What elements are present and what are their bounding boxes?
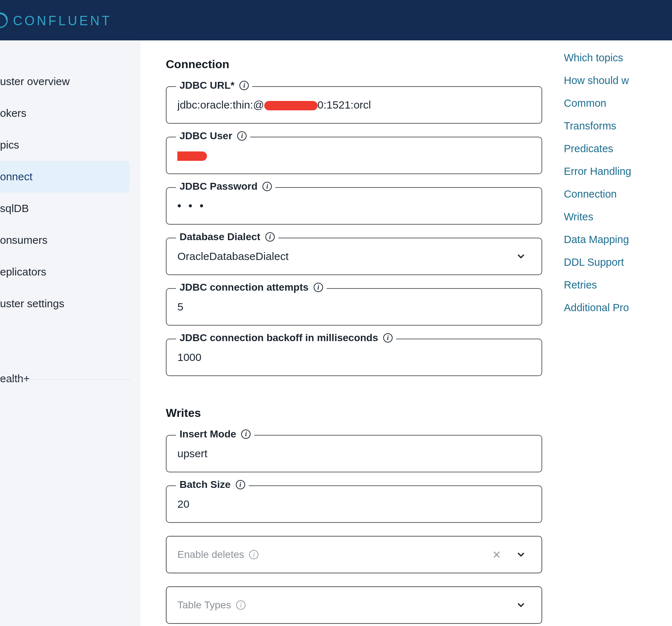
rightnav-link[interactable]: Data Mapping (564, 234, 672, 246)
field-jdbc-url[interactable]: JDBC URL* i jdbc:oracle:thin:@0:1521:orc… (166, 86, 542, 124)
field-label: Table Types (177, 599, 231, 611)
rightnav-link[interactable]: Transforms (564, 120, 672, 132)
field-value: 1000 (177, 351, 202, 363)
info-icon[interactable]: i (239, 81, 249, 90)
info-icon[interactable]: i (236, 600, 246, 610)
field-label: Enable deletes (177, 549, 244, 560)
info-icon[interactable]: i (383, 333, 393, 343)
section-title-connection: Connection (166, 58, 542, 71)
chevron-down-icon[interactable] (516, 600, 526, 610)
field-label: JDBC connection backoff in milliseconds (180, 332, 378, 344)
info-icon[interactable]: i (241, 429, 251, 439)
sidebar-item-replicators[interactable]: eplicators (0, 256, 141, 288)
chevron-down-icon[interactable] (516, 251, 526, 262)
field-label: Database Dialect (180, 231, 260, 243)
rightnav-link[interactable]: Which topics (564, 52, 672, 64)
sidebar-item-topics[interactable]: pics (0, 129, 141, 161)
rightnav-link[interactable]: Common (564, 97, 672, 109)
rightnav-link[interactable]: Writes (564, 211, 672, 223)
sidebar-item-cluster-overview[interactable]: uster overview (0, 66, 141, 97)
rightnav-link[interactable]: Error Handling (564, 166, 672, 177)
clear-icon[interactable]: ✕ (492, 548, 501, 561)
section-title-writes: Writes (166, 406, 542, 420)
rightnav-link[interactable]: Predicates (564, 143, 672, 155)
brand[interactable]: CONFLUENT (0, 12, 112, 29)
sidebar: uster overview okers pics onnect sqlDB o… (0, 40, 141, 626)
app-header: CONFLUENT (0, 0, 672, 40)
field-label: JDBC Password (180, 181, 257, 192)
sidebar-item-cluster-settings[interactable]: uster settings (0, 288, 141, 319)
sidebar-item-consumers[interactable]: onsumers (0, 224, 141, 256)
form-main: Connection JDBC URL* i jdbc:oracle:thin:… (141, 40, 564, 626)
info-icon[interactable]: i (236, 480, 245, 489)
field-value: OracleDatabaseDialect (177, 250, 288, 263)
rightnav-link[interactable]: Connection (564, 188, 672, 200)
redacted-text (264, 101, 318, 110)
rightnav-link[interactable]: How should w (564, 75, 672, 87)
field-jdbc-password[interactable]: JDBC Password i • • • (166, 187, 542, 225)
field-value: 20 (177, 498, 189, 510)
field-label: JDBC connection attempts (180, 282, 309, 293)
sidebar-item-health[interactable]: ealth+ (0, 363, 141, 394)
right-nav: Which topics How should w Common Transfo… (564, 40, 672, 626)
field-value: upsert (177, 448, 207, 460)
confluent-logo-icon (0, 12, 9, 29)
field-database-dialect[interactable]: Database Dialect i OracleDatabaseDialect (166, 238, 542, 275)
field-label: JDBC User (180, 130, 232, 142)
field-batch-size[interactable]: Batch Size i 20 (166, 485, 542, 523)
brand-text: CONFLUENT (13, 12, 112, 28)
field-enable-deletes[interactable]: Enable deletes i ✕ (166, 536, 542, 573)
field-value: • • • (177, 200, 205, 212)
field-jdbc-user[interactable]: JDBC User i (166, 137, 542, 174)
rightnav-link[interactable]: Retries (564, 279, 672, 291)
chevron-down-icon[interactable] (516, 549, 526, 560)
field-label: Insert Mode (180, 428, 236, 440)
info-icon[interactable]: i (314, 283, 323, 292)
info-icon[interactable]: i (265, 232, 275, 242)
sidebar-item-brokers[interactable]: okers (0, 97, 141, 129)
field-value (177, 149, 207, 162)
sidebar-item-ksqldb[interactable]: sqlDB (0, 193, 141, 224)
field-label: JDBC URL* (180, 80, 234, 91)
rightnav-link[interactable]: DDL Support (564, 256, 672, 268)
rightnav-link[interactable]: Additional Pro (564, 302, 672, 314)
field-label: Batch Size (180, 479, 231, 490)
info-icon[interactable]: i (237, 131, 247, 141)
field-value: jdbc:oracle:thin:@0:1521:orcl (177, 99, 371, 111)
info-icon[interactable]: i (262, 182, 272, 191)
field-connection-backoff[interactable]: JDBC connection backoff in milliseconds … (166, 339, 542, 376)
field-insert-mode[interactable]: Insert Mode i upsert (166, 435, 542, 472)
redacted-text (177, 151, 207, 161)
field-table-types[interactable]: Table Types i (166, 586, 542, 624)
info-icon[interactable]: i (249, 550, 258, 559)
field-connection-attempts[interactable]: JDBC connection attempts i 5 (166, 288, 542, 326)
field-value: 5 (177, 301, 184, 313)
sidebar-item-connect[interactable]: onnect (0, 161, 130, 193)
